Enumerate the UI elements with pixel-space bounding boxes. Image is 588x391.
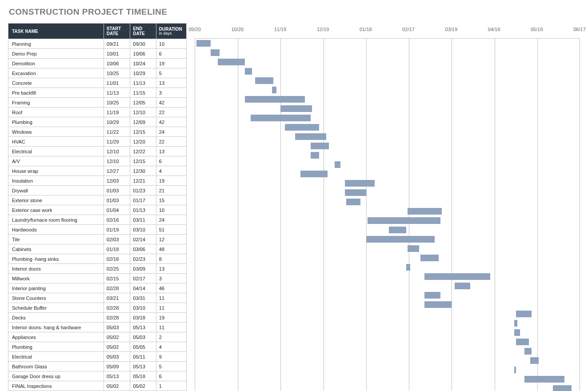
- col-duration-label: DURATION: [159, 27, 182, 32]
- cell-end-date: 10/29: [130, 68, 156, 78]
- cell-start-date: 10/25: [104, 98, 130, 108]
- gantt-row: [195, 48, 580, 57]
- cell-task-name: Cabinets: [8, 244, 104, 254]
- gantt-row: [195, 347, 580, 356]
- gantt-tick-label: 01/18: [360, 27, 372, 32]
- gantt-bar: [524, 348, 532, 355]
- cell-duration: 6: [156, 156, 186, 166]
- cell-duration: 46: [156, 283, 186, 293]
- gantt-tick-label: 04/18: [488, 27, 500, 32]
- gantt-bar: [272, 87, 276, 93]
- cell-task-name: Exterior case work: [8, 205, 104, 215]
- gantt-tick-label: 03/19: [445, 27, 458, 32]
- cell-end-date: 10/06: [130, 49, 156, 59]
- gantt-row: [195, 309, 580, 319]
- cell-task-name: House wrap: [8, 166, 104, 176]
- cell-task-name: Interior painting: [8, 283, 104, 293]
- cell-task-name: Excavation: [8, 68, 104, 78]
- table-row: HVAC11/2912/2022: [8, 137, 187, 147]
- table-row: Framing10/2512/0542: [8, 98, 187, 108]
- gantt-row: [195, 384, 580, 391]
- col-start-date: START DATE: [104, 24, 130, 39]
- table-row: Pre backfill11/1311/153: [8, 88, 187, 98]
- gantt-tick-label: 02/17: [402, 27, 415, 32]
- table-row: Plumbing -hang sinks02/1602/238: [8, 254, 187, 264]
- table-row: Interior painting02/2804/1446: [8, 283, 187, 293]
- task-table-header-row: TASK NAME START DATE END DATE DURATION i…: [8, 24, 187, 39]
- gantt-row: [195, 151, 580, 160]
- cell-end-date: 05/13: [130, 323, 156, 332]
- gantt-row: [195, 291, 580, 300]
- gantt-bar: [218, 59, 245, 65]
- cell-end-date: 12/20: [130, 137, 156, 147]
- cell-start-date: 01/19: [104, 225, 130, 235]
- table-row: Interior doors- hang & hardware05/0305/1…: [8, 323, 187, 332]
- gantt-bar: [245, 68, 252, 75]
- cell-duration: 13: [156, 147, 186, 156]
- cell-start-date: 05/02: [104, 342, 130, 352]
- cell-task-name: Electrical: [8, 147, 104, 156]
- gantt-row: [195, 272, 580, 281]
- cell-end-date: 12/15: [130, 156, 156, 166]
- gantt-bar: [408, 208, 442, 215]
- gantt-bar: [408, 245, 419, 252]
- cell-duration: 19: [156, 59, 186, 68]
- gantt-row: [195, 300, 580, 309]
- cell-start-date: 11/22: [104, 127, 130, 137]
- gantt-bar: [245, 96, 305, 103]
- cell-end-date: 03/09: [130, 264, 156, 274]
- cell-duration: 22: [156, 108, 186, 117]
- gantt-row: [195, 337, 580, 347]
- gantt-bar: [345, 180, 375, 187]
- gantt-body: [195, 38, 580, 391]
- cell-task-name: Interior doors- hang & hardware: [8, 323, 104, 332]
- cell-start-date: 02/16: [104, 254, 130, 264]
- cell-start-date: 05/02: [104, 332, 130, 342]
- cell-duration: 22: [156, 137, 186, 147]
- table-row: Planning09/2109/3010: [8, 39, 187, 49]
- gantt-bar: [455, 283, 470, 289]
- table-row: Bathroom Glass05/0905/135: [8, 362, 187, 371]
- cell-duration: 21: [156, 186, 186, 196]
- cell-duration: 5: [156, 68, 186, 78]
- gantt-row: [195, 281, 580, 291]
- cell-duration: 12: [156, 235, 186, 244]
- gantt-tick-label: 06/17: [573, 27, 586, 32]
- cell-task-name: Interior doors: [8, 264, 104, 274]
- gantt-row: [195, 179, 580, 188]
- cell-end-date: 12/30: [130, 166, 156, 176]
- cell-duration: 24: [156, 215, 186, 225]
- cell-duration: 42: [156, 98, 186, 108]
- cell-task-name: Decks: [8, 313, 104, 323]
- gantt-tick-label: 09/20: [188, 27, 201, 32]
- gantt-bar: [345, 189, 366, 196]
- cell-duration: 3: [156, 88, 186, 98]
- cell-end-date: 02/17: [130, 274, 156, 283]
- table-row: Demo Prep10/0110/066: [8, 49, 187, 59]
- page-title: CONSTRUCTION PROJECT TIMELINE: [9, 7, 580, 17]
- gantt-chart: 09/2010/2011/1912/1901/1802/1703/1904/18…: [195, 23, 580, 391]
- cell-duration: 48: [156, 244, 186, 254]
- table-row: Plumbing10/2912/0942: [8, 117, 187, 127]
- cell-task-name: Tile: [8, 235, 104, 244]
- cell-duration: 10: [156, 39, 186, 49]
- cell-end-date: 12/15: [130, 127, 156, 137]
- gantt-row: [195, 197, 580, 207]
- cell-duration: 4: [156, 166, 186, 176]
- table-row: Schedule Buffer02/2803/1011: [8, 303, 187, 313]
- cell-task-name: Exterior stone: [8, 196, 104, 205]
- cell-start-date: 01/04: [104, 205, 130, 215]
- gantt-row: [195, 328, 580, 337]
- cell-start-date: 10/01: [104, 49, 130, 59]
- gantt-row: [195, 141, 580, 151]
- gantt-bar: [285, 124, 319, 131]
- cell-start-date: 12/03: [104, 176, 130, 186]
- cell-end-date: 02/23: [130, 254, 156, 264]
- cell-start-date: 11/29: [104, 137, 130, 147]
- cell-end-date: 12/21: [130, 176, 156, 186]
- col-end-date: END DATE: [130, 24, 156, 39]
- cell-end-date: 12/09: [130, 117, 156, 127]
- gantt-row: [195, 39, 580, 48]
- gantt-bar: [553, 385, 572, 391]
- table-row: Appliances05/0205/032: [8, 332, 187, 342]
